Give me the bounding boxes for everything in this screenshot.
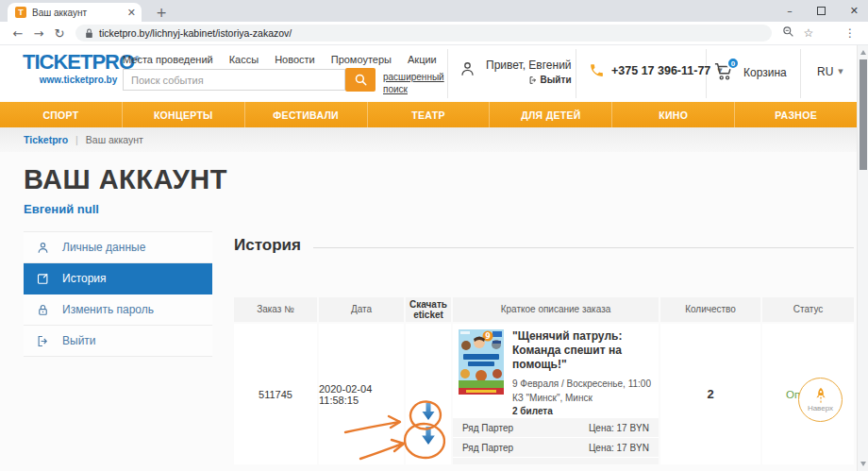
download-eticket-button-2[interactable] <box>421 426 437 449</box>
back-icon[interactable]: ← <box>8 26 28 41</box>
ticket-row: Ряд Партер Цена: 17 BYN <box>453 418 659 438</box>
breadcrumb-separator: | <box>75 134 78 145</box>
browser-menu-icon[interactable]: ⋮ <box>840 26 860 40</box>
language-selector[interactable]: RU ▼ <box>817 65 843 78</box>
sidebar-item-label: Личные данные <box>62 241 145 254</box>
history-icon <box>36 272 50 286</box>
event-tickets-count: 2 билета <box>512 406 653 416</box>
nav-item-cinema[interactable]: КИНО <box>611 102 734 127</box>
browser-window: T Ваш аккаунт ✕ + – ✕ ← → ↻ ticketpro.by… <box>0 0 868 471</box>
cart-block[interactable]: 0 Корзина <box>713 59 787 85</box>
nav-item-kids[interactable]: ДЛЯ ДЕТЕЙ <box>489 102 611 127</box>
ticketpro-logo[interactable]: TICKETPRO® www.ticketpro.by <box>23 51 134 85</box>
header-divider <box>447 49 448 98</box>
event-venue: КЗ "Минск", Минск <box>512 391 653 405</box>
nav-item-concerts[interactable]: КОНЦЕРТЫ <box>122 102 244 127</box>
page-scrollbar[interactable] <box>857 45 868 471</box>
ticketpro-favicon-icon: T <box>15 7 26 18</box>
total-label: Всего <box>462 463 493 464</box>
menu-item-news[interactable]: Новости <box>275 54 315 65</box>
site-header: TICKETPRO® www.ticketpro.by Места провед… <box>0 45 857 102</box>
window-close-icon[interactable]: ✕ <box>850 5 859 17</box>
tab-close-icon[interactable]: ✕ <box>127 8 136 18</box>
window-maximize-icon[interactable] <box>817 7 826 15</box>
event-poster-thumbnail[interactable]: 9 <box>459 329 504 395</box>
scrollbar-up-arrow[interactable] <box>860 50 866 55</box>
logout-link[interactable]: Выйти <box>486 75 572 85</box>
phone-block[interactable]: +375 17 396-11-77 ▼ <box>589 62 723 78</box>
sidebar-item-label: Изменить пароль <box>62 303 154 316</box>
browser-tab-strip: T Ваш аккаунт ✕ + – ✕ <box>0 0 868 22</box>
order-date-cell: 2020-02-04 11:58:15 <box>319 324 404 464</box>
event-title[interactable]: "Щенячий патруль: Команда спешит на помо… <box>512 329 653 372</box>
ticket-price: Цена: 17 BYN <box>589 423 649 433</box>
account-user-name: Евгений null <box>24 202 99 216</box>
url-text: ticketpro.by/lichnyj-kabinet/istoriya-za… <box>99 27 292 39</box>
browser-tab[interactable]: T Ваш аккаунт ✕ <box>8 3 142 22</box>
cart-label: Корзина <box>743 66 787 79</box>
user-greeting[interactable]: Привет, Евгений <box>486 59 572 72</box>
header-divider <box>576 49 576 98</box>
download-eticket-cell <box>406 324 451 464</box>
advanced-search-line1: расширенный <box>383 71 443 83</box>
account-sidebar: Личные данные История Изменить пароль <box>24 231 212 357</box>
event-datetime: 9 Февраля / Воскресенье, 11:00 <box>512 377 653 391</box>
search-input[interactable] <box>123 69 345 91</box>
sidebar-item-label: История <box>62 272 107 285</box>
column-header-status: Статус <box>762 297 854 322</box>
order-number-cell: 511745 <box>234 324 317 464</box>
sidebar-item-label: Выйти <box>62 334 96 347</box>
breadcrumb-home[interactable]: Ticketpro <box>24 134 68 145</box>
download-eticket-button-1[interactable] <box>421 402 436 425</box>
header-divider <box>800 49 801 98</box>
nav-item-sport[interactable]: СПОРТ <box>0 102 122 127</box>
scrollbar-thumb[interactable] <box>860 59 867 170</box>
heading-divider <box>313 247 854 248</box>
total-price: 34 BYN <box>611 463 649 464</box>
sidebar-item-change-password[interactable]: Изменить пароль <box>24 294 212 326</box>
ticket-price-list: Ряд Партер Цена: 17 BYN Ряд Партер Цена:… <box>453 418 659 464</box>
sidebar-item-logout[interactable]: Выйти <box>24 326 212 357</box>
window-minimize-icon[interactable]: – <box>787 5 793 17</box>
ticket-price: Цена: 17 BYN <box>589 443 649 453</box>
menu-item-promoters[interactable]: Промоутеры <box>331 54 392 65</box>
tab-title: Ваш аккаунт <box>32 8 122 18</box>
menu-item-promos[interactable]: Акции <box>408 54 437 65</box>
column-header-order-number: Заказ № <box>234 297 317 322</box>
nav-item-festivals[interactable]: ФЕСТИВАЛИ <box>244 102 367 127</box>
page-title: ВАШ АККАУНТ <box>24 164 227 195</box>
back-to-top-button[interactable]: Наверх <box>798 378 843 422</box>
advanced-search-link[interactable]: расширенный поиск <box>383 71 443 95</box>
refresh-icon[interactable]: ↻ <box>49 26 70 41</box>
sidebar-item-history[interactable]: История <box>24 263 212 294</box>
sidebar-item-personal-data[interactable]: Личные данные <box>24 232 212 263</box>
lock-icon <box>85 28 93 39</box>
zoom-level-icon[interactable] <box>777 25 798 41</box>
column-header-description: Краткое описание заказа <box>453 297 659 322</box>
browser-url-bar: ← → ↻ ticketpro.by/lichnyj-kabinet/istor… <box>0 22 868 45</box>
breadcrumb: Ticketpro | Ваш аккаунт <box>0 127 857 152</box>
rocket-icon <box>813 387 828 405</box>
order-quantity: 2 <box>707 387 713 401</box>
menu-item-box-offices[interactable]: Кассы <box>229 54 259 65</box>
new-tab-button[interactable]: + <box>153 4 170 21</box>
scrollbar-down-arrow[interactable] <box>860 462 866 466</box>
search-button[interactable] <box>345 68 376 92</box>
phone-number: +375 17 396-11-77 <box>611 64 710 77</box>
logo-site-url: www.ticketpro.by <box>23 75 134 85</box>
ticket-row: Ряд Партер Цена: 17 BYN <box>453 438 659 458</box>
nav-item-theatre[interactable]: ТЕАТР <box>367 102 490 127</box>
address-bar[interactable]: ticketpro.by/lichnyj-kabinet/istoriya-za… <box>75 25 772 42</box>
breadcrumb-current: Ваш аккаунт <box>86 134 143 145</box>
person-icon <box>459 59 476 79</box>
forward-icon[interactable]: → <box>28 26 49 41</box>
ticket-total-row: Всего 34 BYN <box>453 458 659 464</box>
person-icon <box>36 241 50 255</box>
logout-icon <box>528 76 538 85</box>
page-content: TICKETPRO® www.ticketpro.by Места провед… <box>0 45 857 471</box>
menu-item-venues[interactable]: Места проведений <box>123 54 213 65</box>
category-nav: СПОРТ КОНЦЕРТЫ ФЕСТИВАЛИ ТЕАТР ДЛЯ ДЕТЕЙ… <box>0 102 857 127</box>
bookmark-star-icon[interactable]: ☆ <box>798 26 819 40</box>
nav-item-misc[interactable]: РАЗНОЕ <box>734 102 857 127</box>
ticket-seat: Ряд Партер <box>462 423 513 433</box>
